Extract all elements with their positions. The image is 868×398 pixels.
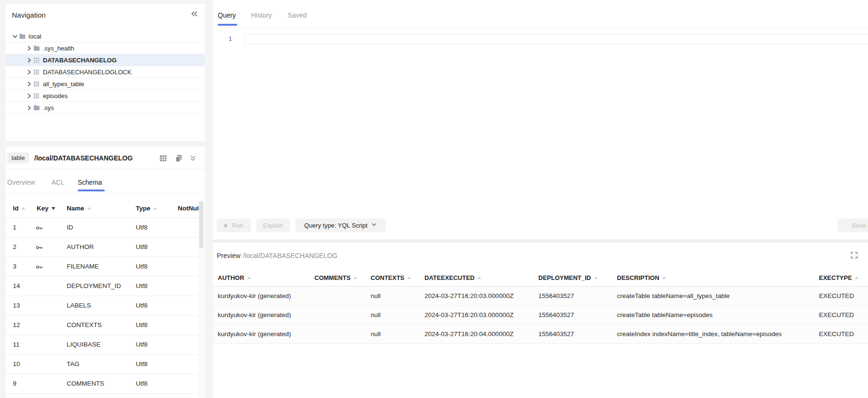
table-grid-icon — [159, 155, 167, 164]
cell-dateexecuted: 2024-03-27T16:20:03.000000Z — [424, 311, 538, 318]
chevron-right-icon[interactable] — [25, 46, 33, 51]
key-icon — [36, 225, 43, 232]
column-header-name[interactable]: Name — [67, 205, 91, 212]
column-header-type[interactable]: Type — [136, 205, 157, 212]
cell-type: Utf8 — [136, 282, 148, 289]
schema-scrollbar[interactable] — [199, 200, 204, 398]
cell-name: LIQUIBASE — [67, 341, 101, 348]
fullscreen-button[interactable] — [849, 251, 859, 261]
column-header-author[interactable]: AUTHOR — [218, 274, 314, 281]
tree-item-label: all_types_table — [43, 80, 84, 88]
entity-path: /local/DATABASECHANGELOG — [34, 154, 132, 162]
table-row: 12 CONTEXTS Utf8 — [6, 316, 205, 335]
play-icon — [224, 223, 228, 228]
collapse-panel-button[interactable] — [190, 10, 198, 19]
cell-type: Utf8 — [136, 224, 148, 231]
cell-exectype: EXECUTED — [819, 292, 868, 299]
column-header-deployment-id[interactable]: DEPLOYMENT_ID — [538, 274, 617, 281]
tab-acl[interactable]: ACL — [51, 179, 64, 186]
tree-item-sys-health[interactable]: .sys_health — [6, 42, 205, 54]
chevron-down-icon[interactable] — [10, 34, 19, 39]
tree-item-sys[interactable]: .sys — [6, 102, 205, 114]
tree-item-local[interactable]: local — [6, 30, 205, 42]
cell-contexts: null — [371, 292, 424, 299]
code-editor[interactable]: 1 — [213, 28, 868, 215]
object-info-panel: table /local/DATABASECHANGELOG Overview … — [6, 147, 205, 398]
tree-item-databasechangeloglock[interactable]: DATABASECHANGELOGLOCK — [6, 66, 205, 78]
query-type-select[interactable]: Query type: YQL Script — [295, 219, 386, 232]
entity-kind-badge: table — [7, 152, 29, 163]
cell-description: createTable tableName=episodes — [617, 311, 819, 318]
cell-author: kurdyukov-kir (generated) — [218, 292, 314, 299]
preview-title: Preview/local/DATABASECHANGELOG — [217, 252, 337, 259]
column-header-exectype[interactable]: EXECTYPE — [819, 274, 868, 281]
cell-description: createIndex indexName=title_index, table… — [617, 330, 819, 338]
cell-name: FILENAME — [67, 263, 99, 270]
chevron-right-icon[interactable] — [25, 58, 33, 63]
editor-line-number: 1 — [220, 35, 232, 42]
chevron-right-icon[interactable] — [25, 105, 33, 110]
run-button[interactable]: Run — [217, 219, 251, 232]
cell-name: CONTEXTS — [67, 321, 102, 328]
double-chevron-down-icon — [189, 155, 197, 164]
cell-exectype: EXECUTED — [819, 311, 868, 318]
chevron-right-icon[interactable] — [25, 70, 33, 75]
cell-deployment-id: 1556403527 — [538, 311, 617, 318]
chevron-right-icon[interactable] — [25, 81, 33, 87]
cell-contexts: null — [371, 330, 424, 338]
tab-saved[interactable]: Saved — [288, 11, 307, 19]
sort-asc-icon — [153, 207, 157, 209]
column-header-dateexecuted[interactable]: DATEEXECUTED — [424, 274, 538, 281]
tab-schema[interactable]: Schema — [78, 179, 102, 186]
preview-table-body: kurdyukov-kir (generated) null 2024-03-2… — [213, 287, 868, 344]
open-preview-button[interactable] — [159, 155, 167, 163]
sort-asc-icon — [662, 277, 666, 279]
column-header-description[interactable]: DESCRIPTION — [617, 274, 819, 281]
cell-type: Utf8 — [136, 360, 148, 368]
tree-item-all-types-table[interactable]: all_types_table — [6, 78, 205, 90]
editor-current-line — [244, 34, 868, 44]
sort-asc-icon — [407, 277, 411, 279]
explain-button[interactable]: Explain — [256, 219, 290, 232]
cell-description: createTable tableName=all_types_table — [617, 292, 819, 299]
sort-desc-icon — [51, 207, 55, 210]
cell-id: 13 — [13, 302, 20, 309]
tab-query[interactable]: Query — [218, 11, 236, 19]
column-header-notnull[interactable]: NotNull — [178, 205, 201, 212]
folder-icon — [19, 33, 29, 39]
divider — [6, 169, 205, 169]
cell-type: Utf8 — [136, 341, 148, 348]
table-row: 13 LABELS Utf8 — [6, 296, 205, 316]
tree-item-label: episodes — [43, 92, 68, 100]
tab-overview[interactable]: Overview — [7, 179, 35, 186]
preview-path: /local/DATABASECHANGELOG — [243, 252, 338, 259]
tree-item-episodes[interactable]: episodes — [6, 90, 205, 102]
tree-item-databasechangelog[interactable]: DATABASECHANGELOG — [6, 54, 205, 66]
tree-item-label: DATABASECHANGELOG — [43, 57, 117, 64]
cell-name: AUTHOR — [67, 243, 94, 250]
cell-contexts: null — [371, 311, 424, 318]
preview-table-header: AUTHOR COMMENTS CONTEXTS DATEEXECUTED DE… — [213, 269, 868, 287]
table-row: 2 AUTHOR Utf8 — [6, 238, 205, 257]
cell-author: kurdyukov-kir (generated) — [218, 330, 314, 338]
column-header-comments[interactable]: COMMENTS — [314, 274, 371, 281]
cell-type: Utf8 — [136, 380, 148, 387]
save-query-button[interactable]: Save query — [838, 219, 868, 232]
tab-history[interactable]: History — [251, 11, 272, 19]
cell-id: 9 — [13, 380, 17, 387]
column-header-id[interactable]: Id — [13, 205, 25, 212]
table-row: 3 FILENAME Utf8 — [6, 257, 205, 277]
fullscreen-icon — [850, 251, 858, 261]
column-header-key[interactable]: Key — [37, 205, 55, 212]
divider — [213, 239, 868, 243]
table-row: kurdyukov-kir (generated) null 2024-03-2… — [213, 306, 868, 325]
preview-label: Preview — [217, 252, 241, 259]
tree-item-label: .sys — [43, 104, 54, 111]
table-icon — [33, 57, 43, 63]
chevron-right-icon[interactable] — [25, 93, 33, 99]
cell-deployment-id: 1556403527 — [538, 330, 617, 338]
scrollbar-thumb[interactable] — [199, 201, 203, 248]
column-header-contexts[interactable]: CONTEXTS — [371, 274, 424, 281]
expand-info-button[interactable] — [189, 155, 197, 163]
copy-path-button[interactable] — [174, 155, 183, 163]
